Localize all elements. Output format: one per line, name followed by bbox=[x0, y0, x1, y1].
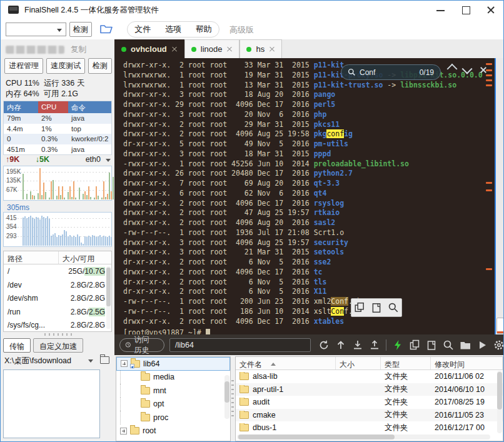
tree-item-root[interactable]: root bbox=[116, 424, 230, 438]
play-icon[interactable] bbox=[476, 339, 488, 351]
disk-row[interactable]: /sys/fs/cg...2.8G/2.8G bbox=[4, 318, 111, 332]
up-icon[interactable] bbox=[335, 339, 346, 351]
disk-row[interactable]: /run/user/0...583M/583M bbox=[4, 332, 111, 333]
menu-options[interactable]: 选项 bbox=[165, 24, 181, 35]
process-manager-button[interactable]: 进程管理 bbox=[4, 58, 43, 74]
paste-icon[interactable] bbox=[371, 302, 382, 313]
expander-icon[interactable] bbox=[120, 428, 127, 434]
menu-help[interactable]: 帮助 bbox=[196, 24, 212, 35]
tab-custom-accel[interactable]: 自定义加速 bbox=[33, 338, 83, 353]
file-row-alsa-lib[interactable]: alsa-lib文件夹2016/11/06 02 bbox=[236, 370, 503, 383]
copy-icon[interactable] bbox=[354, 302, 365, 313]
tree-item-opt[interactable]: opt bbox=[116, 398, 230, 411]
disk-usage-table[interactable]: 路径 大小/可用 /25G/10.7G/dev2.8G/2.8G/dev/shm… bbox=[3, 251, 112, 332]
connection-manager-icon[interactable] bbox=[99, 23, 113, 35]
transfer-list-panel[interactable] bbox=[3, 369, 100, 438]
vertical-scrollbar[interactable] bbox=[497, 371, 502, 433]
tree-item-mnt[interactable]: mnt bbox=[116, 384, 230, 398]
session-tab-ovhcloud[interactable]: ovhcloud bbox=[114, 39, 184, 58]
horizontal-scrollbar[interactable] bbox=[237, 434, 490, 439]
chart-bar bbox=[51, 236, 52, 246]
process-row[interactable]: 79m2%java bbox=[4, 113, 111, 124]
process-row[interactable]: 4.4m1%top bbox=[4, 124, 111, 134]
search-next-icon[interactable] bbox=[463, 67, 472, 74]
upload-icon[interactable] bbox=[369, 339, 380, 351]
interface-select[interactable]: eth0 bbox=[86, 155, 101, 164]
tree-item-lib64[interactable]: lib64 bbox=[116, 357, 230, 371]
splitter-handle[interactable] bbox=[44, 333, 72, 336]
gear-icon[interactable] bbox=[493, 339, 504, 351]
minimize-button[interactable] bbox=[428, 1, 453, 19]
disk-row[interactable]: /25G/10.7G bbox=[4, 264, 111, 278]
session-tab-hs[interactable]: hs bbox=[239, 39, 282, 58]
detect-button[interactable]: 检测 bbox=[69, 22, 92, 37]
file-row-cmake[interactable]: cmake文件夹2016/11/05 23 bbox=[236, 409, 503, 422]
paste-icon[interactable] bbox=[426, 339, 437, 351]
folder-open-icon[interactable] bbox=[100, 356, 109, 364]
chevron-down-icon[interactable] bbox=[88, 359, 93, 365]
directory-tree[interactable]: lib64mediamntoptprocroot bbox=[116, 356, 231, 441]
column-type[interactable]: 类型 bbox=[381, 357, 431, 369]
search-icon[interactable] bbox=[388, 302, 399, 313]
file-row-apr-util-1[interactable]: apr-util-1文件夹2014/06/10 10 bbox=[236, 383, 503, 396]
refresh-icon[interactable] bbox=[318, 339, 330, 351]
process-row[interactable]: 00.3%kworker/0:2 bbox=[4, 134, 111, 144]
file-row-audit[interactable]: audit文件夹2017/08/25 19 bbox=[236, 396, 503, 409]
terminal-scrollbar[interactable] bbox=[495, 58, 504, 334]
session-tab-linode[interactable]: linode bbox=[184, 39, 240, 58]
close-tab-icon[interactable] bbox=[269, 46, 275, 53]
file-list[interactable]: 文件名 大小 类型 修改时间 alsa-lib文件夹2016/11/06 02a… bbox=[235, 356, 503, 441]
terminal-line: drwxr-xr-x. 2 root root 4096 Aug 25 19:5… bbox=[123, 129, 483, 139]
terminal-line: dr-xr-xr-x. 5 root root 49 Nov 5 2016 pm… bbox=[123, 139, 483, 149]
menu-file[interactable]: 文件 bbox=[134, 24, 151, 35]
download-path-row[interactable]: X:\桌面\fsdownload bbox=[4, 356, 111, 367]
detect-button-sidebar[interactable]: 检测 bbox=[88, 58, 112, 74]
lightning-icon[interactable] bbox=[392, 339, 403, 351]
copy-icon[interactable] bbox=[409, 339, 420, 351]
chart-bar bbox=[30, 191, 31, 199]
host-combo[interactable] bbox=[6, 23, 66, 36]
terminal-search-bar[interactable]: Conf 0/19 bbox=[341, 64, 441, 80]
folder-icon[interactable] bbox=[460, 339, 471, 351]
file-row-dbus-1[interactable]: dbus-1文件夹2016/12/17 00 bbox=[236, 421, 503, 434]
panel-splitter[interactable] bbox=[231, 380, 234, 418]
tree-scrollbar[interactable] bbox=[224, 375, 229, 419]
chart-bar bbox=[79, 188, 80, 199]
chart-bar bbox=[53, 180, 54, 199]
close-tab-icon[interactable] bbox=[171, 46, 178, 53]
edition-label: 高级版 bbox=[229, 24, 254, 36]
tree-item-media[interactable]: media bbox=[116, 371, 230, 384]
process-table[interactable]: 内存CPU命令 79m2%java4.4m1%top00.3%kworker/0… bbox=[3, 101, 112, 155]
expander-icon[interactable] bbox=[121, 360, 128, 367]
search-match-marker bbox=[486, 84, 492, 86]
download-icon[interactable] bbox=[352, 339, 363, 351]
disk-row[interactable]: /run2.8G/2.5G bbox=[4, 305, 111, 319]
tree-item-proc[interactable]: proc bbox=[116, 411, 230, 424]
disk-row[interactable]: /dev2.8G/2.8G bbox=[4, 278, 111, 292]
chart-bar bbox=[113, 177, 114, 199]
disk-table-scrollbar[interactable] bbox=[106, 266, 111, 329]
path-input[interactable]: /lib64 bbox=[169, 338, 311, 352]
terminal-context-popup bbox=[351, 298, 402, 317]
tab-transfer[interactable]: 传输 bbox=[3, 338, 31, 353]
close-button[interactable] bbox=[478, 1, 503, 19]
search-query[interactable]: Conf bbox=[360, 68, 416, 77]
column-size[interactable]: 大小 bbox=[336, 357, 381, 369]
chart-bar bbox=[75, 198, 76, 199]
process-row[interactable]: 451m0.3%java bbox=[4, 144, 111, 155]
disk-row[interactable]: /dev/shm2.8G/2.8G bbox=[4, 291, 111, 305]
history-button[interactable]: 访问历史 bbox=[119, 338, 164, 352]
maximize-button[interactable] bbox=[453, 1, 478, 19]
terminal[interactable]: drwxr-xr-x. 2 root root 33 Mar 31 2015 p… bbox=[114, 58, 504, 334]
search-prev-icon[interactable] bbox=[448, 67, 457, 74]
column-mtime[interactable]: 修改时间 bbox=[431, 357, 503, 369]
search-icon[interactable] bbox=[443, 339, 454, 351]
search-match-marker bbox=[486, 268, 492, 270]
folder-icon bbox=[141, 414, 150, 421]
speed-test-button[interactable]: 速度测试 bbox=[46, 58, 85, 74]
scrollbar-thumb[interactable] bbox=[496, 318, 504, 334]
close-tab-icon[interactable] bbox=[226, 46, 233, 53]
status-dot-icon bbox=[246, 47, 251, 52]
column-filename[interactable]: 文件名 bbox=[236, 357, 336, 369]
copy-ip-link[interactable]: 复制 bbox=[71, 44, 86, 55]
